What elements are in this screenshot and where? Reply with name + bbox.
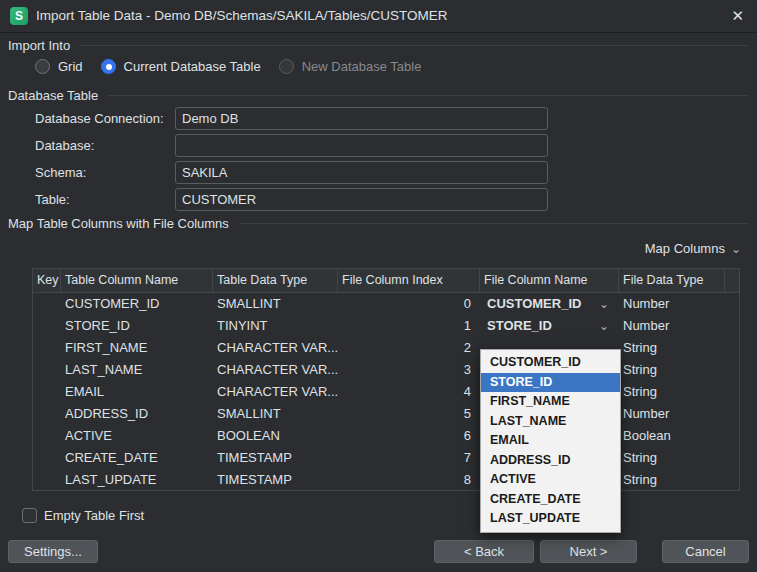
radio-grid[interactable]: Grid: [35, 59, 83, 74]
cell-column-name: CREATE_DATE: [61, 447, 213, 469]
cell-column-name: CUSTOMER_ID: [61, 293, 213, 315]
back-button[interactable]: < Back: [434, 540, 534, 563]
dropdown-item[interactable]: FIRST_NAME: [481, 392, 620, 412]
dropdown-item[interactable]: EMAIL: [481, 431, 620, 451]
dropdown-item[interactable]: LAST_UPDATE: [481, 509, 620, 529]
cell-file-type: String: [619, 381, 725, 403]
chevron-down-icon: ⌄: [599, 293, 609, 315]
radio-new-database-table[interactable]: New Database Table: [279, 59, 422, 74]
cell-file-column[interactable]: STORE_ID⌄: [480, 315, 619, 337]
database-connection-label: Database Connection:: [35, 107, 164, 130]
section-map-columns: Map Table Columns with File Columns: [8, 215, 749, 231]
table-row[interactable]: LAST_UPDATETIMESTAMP8String: [33, 469, 739, 491]
table-label: Table:: [35, 188, 70, 211]
cell-data-type: TINYINT: [213, 315, 338, 337]
database-connection-input[interactable]: [175, 107, 548, 130]
cell-file-index: 6: [338, 425, 480, 447]
radio-icon: [35, 59, 50, 74]
cell-data-type: BOOLEAN: [213, 425, 338, 447]
settings-button[interactable]: Settings...: [8, 540, 98, 563]
cell-key: [33, 469, 61, 491]
table-body: CUSTOMER_IDSMALLINT0CUSTOMER_ID⌄NumberST…: [33, 293, 739, 491]
dropdown-item[interactable]: CUSTOMER_ID: [481, 353, 620, 373]
cell-file-type: String: [619, 337, 725, 359]
cell-key: [33, 359, 61, 381]
radio-current-database-table-label: Current Database Table: [124, 59, 261, 74]
separator-line: [239, 223, 749, 224]
table-header: Key Table Column Name Table Data Type Fi…: [33, 269, 739, 293]
header-key[interactable]: Key: [33, 269, 61, 292]
import-into-label: Import Into: [8, 38, 70, 53]
column-mapping-table: Key Table Column Name Table Data Type Fi…: [32, 268, 740, 491]
cell-file-index: 3: [338, 359, 480, 381]
cell-data-type: SMALLINT: [213, 293, 338, 315]
cell-column-name: ACTIVE: [61, 425, 213, 447]
radio-icon: [101, 59, 116, 74]
cell-file-type: String: [619, 469, 725, 491]
next-button[interactable]: Next >: [540, 540, 637, 563]
table-row[interactable]: FIRST_NAMECHARACTER VAR...2String: [33, 337, 739, 359]
table-row[interactable]: CUSTOMER_IDSMALLINT0CUSTOMER_ID⌄Number: [33, 293, 739, 315]
cell-column-name: EMAIL: [61, 381, 213, 403]
cell-file-type: String: [619, 447, 725, 469]
cell-file-index: 5: [338, 403, 480, 425]
cell-key: [33, 293, 61, 315]
import-into-options: Grid Current Database Table New Database…: [35, 57, 421, 75]
separator-line: [80, 45, 749, 46]
header-file-data-type[interactable]: File Data Type: [619, 269, 725, 292]
close-icon[interactable]: ✕: [731, 0, 744, 32]
cell-data-type: SMALLINT: [213, 403, 338, 425]
dropdown-item[interactable]: ACTIVE: [481, 470, 620, 490]
cell-data-type: CHARACTER VAR...: [213, 381, 338, 403]
cell-file-index: 0: [338, 293, 480, 315]
database-label: Database:: [35, 134, 94, 157]
map-columns-dropdown[interactable]: Map Columns⌄: [645, 240, 741, 258]
table-row[interactable]: ADDRESS_IDSMALLINT5Number: [33, 403, 739, 425]
cell-file-type: String: [619, 359, 725, 381]
cell-column-name: LAST_NAME: [61, 359, 213, 381]
cell-file-index: 2: [338, 337, 480, 359]
dropdown-item[interactable]: ADDRESS_ID: [481, 451, 620, 471]
cell-data-type: CHARACTER VAR...: [213, 359, 338, 381]
titlebar: S Import Table Data - Demo DB/Schemas/SA…: [0, 0, 757, 33]
table-row[interactable]: LAST_NAMECHARACTER VAR...3String: [33, 359, 739, 381]
cell-key: [33, 337, 61, 359]
table-row[interactable]: CREATE_DATETIMESTAMP7String: [33, 447, 739, 469]
header-table-column-name[interactable]: Table Column Name: [61, 269, 213, 292]
map-columns-label: Map Columns: [645, 241, 725, 256]
header-table-data-type[interactable]: Table Data Type: [213, 269, 338, 292]
chevron-down-icon: ⌄: [731, 242, 741, 256]
cell-file-type: Boolean: [619, 425, 725, 447]
cell-key: [33, 381, 61, 403]
separator-line: [108, 95, 749, 96]
dropdown-item[interactable]: STORE_ID: [481, 373, 620, 393]
table-input[interactable]: [175, 188, 548, 211]
cell-file-column[interactable]: CUSTOMER_ID⌄: [480, 293, 619, 315]
cell-data-type: CHARACTER VAR...: [213, 337, 338, 359]
schema-input[interactable]: [175, 161, 548, 184]
radio-current-database-table[interactable]: Current Database Table: [101, 59, 261, 74]
cancel-button[interactable]: Cancel: [662, 540, 749, 563]
checkbox-icon[interactable]: [22, 508, 37, 523]
cell-file-type: Number: [619, 293, 725, 315]
table-row[interactable]: EMAILCHARACTER VAR...4String: [33, 381, 739, 403]
database-input[interactable]: [175, 134, 548, 157]
section-database-table: Database Table: [8, 87, 749, 103]
cell-column-name: FIRST_NAME: [61, 337, 213, 359]
window-title: Import Table Data - Demo DB/Schemas/SAKI…: [36, 0, 447, 32]
cell-file-index: 1: [338, 315, 480, 337]
header-file-column-name[interactable]: File Column Name: [480, 269, 619, 292]
empty-table-first-option[interactable]: Empty Table First: [22, 507, 144, 523]
header-file-column-index[interactable]: File Column Index: [338, 269, 480, 292]
table-row[interactable]: STORE_IDTINYINT1STORE_ID⌄Number: [33, 315, 739, 337]
cell-file-type: Number: [619, 403, 725, 425]
cell-key: [33, 403, 61, 425]
cell-data-type: TIMESTAMP: [213, 469, 338, 491]
dropdown-item[interactable]: CREATE_DATE: [481, 490, 620, 510]
table-row[interactable]: ACTIVEBOOLEAN6Boolean: [33, 425, 739, 447]
cell-file-index: 7: [338, 447, 480, 469]
empty-table-first-label: Empty Table First: [44, 508, 144, 523]
chevron-down-icon: ⌄: [599, 315, 609, 337]
dropdown-item[interactable]: LAST_NAME: [481, 412, 620, 432]
cell-column-name: LAST_UPDATE: [61, 469, 213, 491]
